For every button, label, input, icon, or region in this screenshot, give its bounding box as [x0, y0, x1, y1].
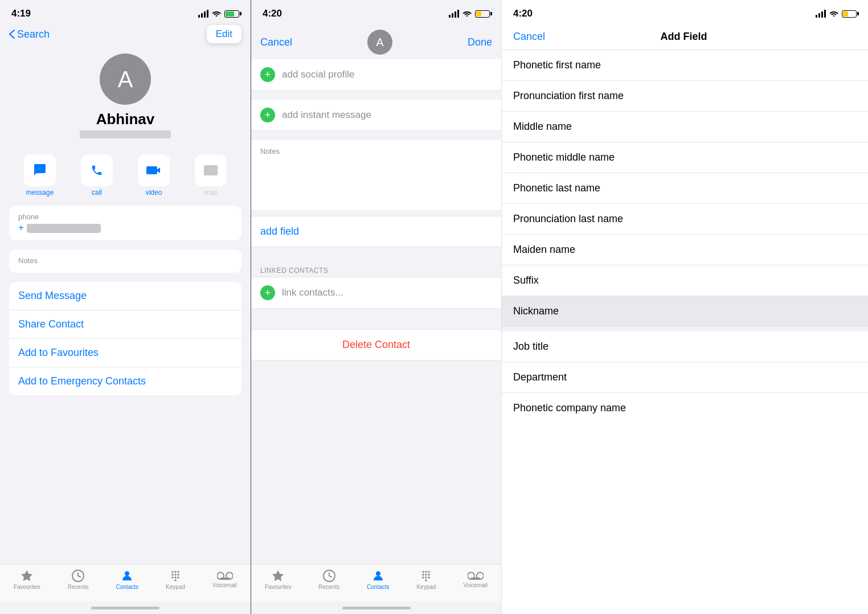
- status-time-1: 4:19: [11, 8, 31, 19]
- mail-icon-btn: [195, 154, 227, 186]
- tab-bar-2: Favourites Recents Contacts Keypad Voice…: [251, 564, 501, 601]
- svg-rect-30: [471, 578, 480, 580]
- field-item-maiden-name[interactable]: Maiden name: [502, 235, 868, 265]
- signal-icon-3: [816, 10, 826, 18]
- field-item-phonetic-company[interactable]: Phonetic company name: [502, 393, 868, 423]
- notes-label: Notes: [18, 256, 232, 265]
- tab-voicemail[interactable]: Voicemail: [212, 571, 237, 588]
- field-item-pronunciation-last[interactable]: Pronunciation last name: [502, 204, 868, 235]
- signal-icon: [198, 10, 208, 18]
- field-item-department[interactable]: Department: [502, 362, 868, 393]
- send-message-row[interactable]: Send Message: [9, 282, 241, 310]
- field-item-job-title[interactable]: Job title: [502, 331, 868, 362]
- field-item-middle-name[interactable]: Middle name: [502, 112, 868, 142]
- tab2-recents[interactable]: Recents: [319, 569, 340, 590]
- delete-contact-row[interactable]: Delete Contact: [251, 329, 501, 361]
- svg-point-3: [171, 571, 174, 573]
- edit-cancel-button[interactable]: Cancel: [260, 36, 292, 48]
- field-item-phonetic-first[interactable]: Phonetic first name: [502, 50, 868, 81]
- add-field-cancel-button[interactable]: Cancel: [513, 31, 545, 43]
- svg-point-25: [425, 576, 428, 579]
- tab-bar-1: Favourites Recents Contacts Keypad Voice…: [0, 564, 251, 601]
- video-action[interactable]: video: [138, 154, 170, 197]
- field-item-suffix[interactable]: Suffix: [502, 265, 868, 296]
- svg-point-20: [428, 571, 431, 573]
- svg-point-11: [177, 576, 179, 579]
- phone-blur: [27, 224, 101, 233]
- svg-point-22: [425, 574, 428, 576]
- contact-name: Abhinav: [96, 110, 155, 128]
- edit-content: + add social profile + add instant messa…: [251, 59, 501, 564]
- share-contact-row[interactable]: Share Contact: [9, 310, 241, 339]
- field-item-nickname[interactable]: Nickname: [502, 296, 868, 327]
- nav-bar-1: Search Edit: [0, 23, 251, 48]
- svg-point-24: [423, 576, 425, 579]
- notes-edit-label: Notes: [260, 147, 492, 155]
- field-item-phonetic-last[interactable]: Phonetic last name: [502, 173, 868, 204]
- panel-add-field: 4:20 Cancel Add Field Phonetic first nam…: [501, 0, 868, 614]
- message-icon-btn: [24, 154, 56, 186]
- add-field-nav: Cancel Add Field: [502, 23, 868, 50]
- svg-point-8: [177, 574, 179, 576]
- message-action-label: message: [26, 189, 54, 197]
- add-social-plus-icon: +: [260, 67, 275, 82]
- add-instant-label: add instant message: [282, 109, 371, 121]
- svg-point-19: [425, 571, 428, 573]
- home-indicator-2: [251, 601, 501, 614]
- field-item-pronunciation-first[interactable]: Pronunciation first name: [502, 81, 868, 112]
- mail-action: mail: [195, 154, 227, 197]
- svg-point-9: [171, 576, 174, 579]
- add-field-row[interactable]: add field: [251, 216, 501, 247]
- status-time-3: 4:20: [513, 8, 533, 19]
- tab-keypad[interactable]: Keypad: [166, 569, 185, 590]
- message-action[interactable]: message: [24, 154, 56, 197]
- notes-field: Notes: [9, 249, 241, 273]
- status-time-2: 4:20: [263, 8, 282, 19]
- add-instant-row[interactable]: + add instant message: [251, 100, 501, 131]
- edit-button[interactable]: Edit: [207, 25, 241, 43]
- tab2-keypad[interactable]: Keypad: [416, 569, 436, 590]
- status-bar-2: 4:20: [251, 0, 501, 23]
- tab2-contacts[interactable]: Contacts: [367, 569, 389, 590]
- svg-point-17: [376, 571, 380, 576]
- add-emergency-row[interactable]: Add to Emergency Contacts: [9, 367, 241, 395]
- wifi-icon-3: [829, 10, 838, 18]
- contact-content: phone + Notes Send Message Share Cont: [0, 206, 251, 564]
- add-favourites-label: Add to Favourites: [18, 347, 99, 358]
- link-contacts-label: link contacts...: [282, 287, 343, 298]
- back-button[interactable]: Search: [9, 28, 50, 40]
- tab-keypad-label: Keypad: [166, 584, 185, 590]
- svg-point-23: [428, 574, 431, 576]
- wifi-icon-2: [462, 10, 472, 18]
- status-icons-3: [816, 10, 857, 18]
- svg-point-26: [428, 576, 431, 579]
- link-contacts-plus-icon: +: [260, 285, 275, 300]
- battery-icon: [224, 10, 239, 18]
- links-section: Send Message Share Contact Add to Favour…: [9, 282, 241, 395]
- edit-done-button[interactable]: Done: [468, 36, 492, 48]
- back-label: Search: [17, 28, 50, 40]
- tab2-voicemail[interactable]: Voicemail: [463, 571, 488, 588]
- svg-point-2: [125, 571, 129, 576]
- send-message-label: Send Message: [18, 290, 87, 301]
- link-contacts-row[interactable]: + link contacts...: [251, 277, 501, 309]
- notes-edit-area[interactable]: [260, 158, 492, 203]
- call-action[interactable]: call: [81, 154, 113, 197]
- svg-rect-15: [220, 578, 230, 580]
- add-social-row[interactable]: + add social profile: [251, 59, 501, 91]
- battery-icon-3: [842, 10, 857, 18]
- tab-recents[interactable]: Recents: [68, 569, 89, 590]
- battery-icon-2: [475, 10, 490, 18]
- tab-favourites[interactable]: Favourites: [14, 569, 40, 590]
- wifi-icon: [212, 10, 221, 18]
- action-buttons: message call video mail: [0, 148, 251, 206]
- add-favourites-row[interactable]: Add to Favourites: [9, 339, 241, 367]
- tab-contacts[interactable]: Contacts: [116, 569, 138, 590]
- svg-point-7: [174, 574, 177, 576]
- tab-voicemail-label: Voicemail: [212, 582, 237, 588]
- add-instant-plus-icon: +: [260, 108, 275, 122]
- field-item-phonetic-middle[interactable]: Phonetic middle name: [502, 142, 868, 173]
- tab-favourites-label: Favourites: [14, 584, 40, 590]
- tab2-favourites[interactable]: Favourites: [265, 569, 292, 590]
- contact-header: A Abhinav: [0, 48, 251, 148]
